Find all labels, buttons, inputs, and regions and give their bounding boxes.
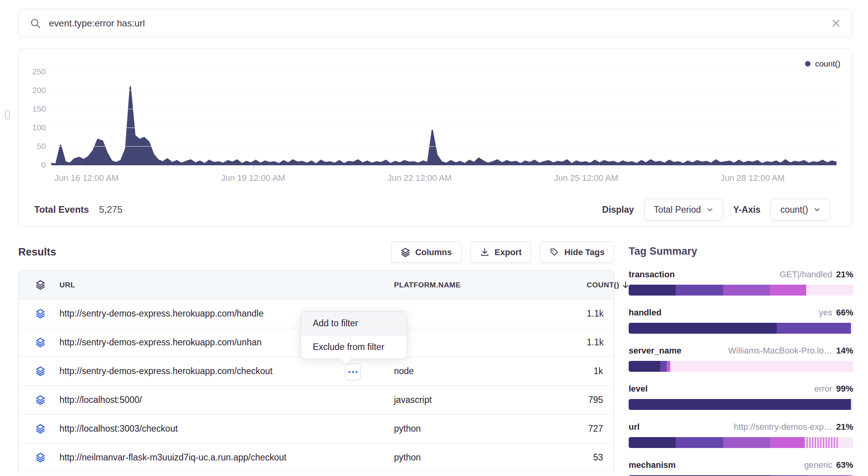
results-table: URL PLATFORM.NAME COUNT() http://sentry-… — [18, 270, 614, 472]
yaxis-dropdown[interactable]: count() — [770, 199, 830, 220]
export-button[interactable]: Export — [470, 242, 532, 263]
tag-bar-segment — [670, 361, 853, 372]
hide-tags-button[interactable]: Hide Tags — [540, 242, 614, 263]
tag-name[interactable]: mechanism — [629, 460, 676, 470]
x-axis-tick-label: Jun 16 12:00 AM — [54, 173, 119, 183]
y-axis-tick-label: 100 — [22, 123, 46, 132]
url-cell[interactable]: http://localhost:5000/ — [59, 395, 383, 405]
tag-bar-segment — [851, 399, 853, 410]
tag-name[interactable]: handled — [629, 308, 661, 318]
tag-bar-segment — [660, 361, 667, 372]
columns-button-label: Columns — [415, 247, 452, 257]
tag-top-value: generic — [804, 460, 832, 470]
y-axis-tick-label: 150 — [22, 104, 46, 114]
tag-bar-segment — [770, 285, 806, 296]
tag-distribution-bar[interactable] — [629, 285, 853, 296]
tag-summary-group: mechanism generic 63% — [629, 460, 853, 476]
search-bar[interactable] — [18, 9, 852, 37]
y-axis-tick-label: 0 — [22, 160, 46, 170]
display-dropdown[interactable]: Total Period — [644, 199, 723, 220]
table-row[interactable]: http://sentry-demos-express.herokuapp.co… — [19, 357, 614, 386]
tag-bar-segment — [629, 437, 676, 448]
chevron-down-icon — [814, 206, 821, 213]
tag-bar-segment — [676, 437, 723, 448]
tag-distribution-bar[interactable] — [629, 323, 853, 334]
count-cell[interactable]: 1.1k — [587, 308, 603, 319]
column-header-platform[interactable]: PLATFORM.NAME — [394, 281, 576, 289]
column-header-url[interactable]: URL — [59, 281, 383, 289]
total-events-label: Total Events — [34, 204, 89, 215]
total-events-value: 5,275 — [99, 204, 122, 215]
tag-name[interactable]: transaction — [629, 270, 675, 280]
count-cell[interactable]: 53 — [587, 452, 603, 463]
tag-top-percent: 99% — [836, 384, 853, 394]
tag-distribution-bar[interactable] — [629, 437, 853, 448]
tag-bar-segment — [667, 361, 670, 372]
tag-name[interactable]: level — [629, 384, 648, 394]
tag-summary-group: transaction GET|/handled 21% — [629, 270, 853, 296]
menu-item-add-to-filter[interactable]: Add to filter — [301, 312, 406, 335]
table-header-row: URL PLATFORM.NAME COUNT() — [19, 271, 614, 299]
url-cell[interactable]: http://localhost:3003/checkout — [59, 424, 383, 434]
stack-icon[interactable] — [35, 280, 49, 290]
tag-distribution-bar[interactable] — [629, 361, 853, 372]
count-cell[interactable]: 727 — [587, 424, 603, 434]
tag-bar-segment — [676, 285, 723, 296]
url-cell[interactable]: http://sentry-demos-express.herokuapp.co… — [59, 366, 383, 376]
column-header-count[interactable]: COUNT() — [587, 281, 629, 289]
platform-cell[interactable]: python — [394, 424, 576, 434]
yaxis-label: Y-Axis — [733, 205, 760, 215]
display-dropdown-value: Total Period — [654, 205, 701, 215]
count-cell[interactable]: 795 — [587, 395, 603, 405]
table-row[interactable]: http://neilmanvar-flask-m3uuizd7iq-uc.a.… — [19, 443, 614, 472]
stack-icon — [35, 337, 49, 348]
count-cell[interactable]: 1k — [587, 366, 603, 376]
events-chart-panel: count() 050100150200250Jun 16 12:00 AMJu… — [18, 49, 852, 227]
tag-top-percent: 21% — [836, 422, 853, 432]
legend-dot-icon — [805, 61, 810, 66]
tag-distribution-bar[interactable] — [629, 399, 853, 410]
platform-cell[interactable]: node — [394, 366, 576, 376]
chart-gridline — [51, 128, 837, 128]
count-cell[interactable]: 1.1k — [587, 337, 603, 348]
chart-legend[interactable]: count() — [805, 59, 840, 68]
sort-desc-arrow-icon — [622, 281, 629, 289]
y-axis-tick-label: 200 — [22, 86, 46, 95]
chart-gridline — [51, 72, 837, 72]
tag-summary-group: url http://sentry-demos-exp… 21% — [629, 422, 853, 448]
y-axis-tick-label: 250 — [22, 67, 46, 76]
export-button-label: Export — [495, 247, 522, 257]
panel-resize-handle[interactable] — [5, 110, 10, 119]
platform-cell[interactable]: javascript — [394, 395, 576, 405]
tag-bar-segment — [723, 437, 770, 448]
hide-tags-button-label: Hide Tags — [564, 247, 605, 257]
table-row[interactable]: http://localhost:5000/ javascript 795 — [19, 386, 614, 415]
ellipsis-icon — [349, 371, 350, 373]
results-toolbar: Results Columns Export Hide Tags — [18, 242, 614, 263]
clear-search-icon[interactable] — [831, 18, 841, 28]
column-header-count-label: COUNT() — [587, 281, 619, 289]
menu-item-exclude-from-filter[interactable]: Exclude from filter — [301, 335, 406, 359]
table-row[interactable]: http://localhost:3003/checkout python 72… — [19, 415, 614, 443]
tag-bar-segment — [629, 399, 851, 410]
yaxis-dropdown-value: count() — [780, 205, 808, 215]
tag-summary-group: server_name Williams-MacBook-Pro.lo… 14% — [629, 346, 853, 372]
tag-bar-segment — [723, 285, 770, 296]
x-axis-tick-label: Jun 19 12:00 AM — [221, 173, 285, 183]
tag-summary-group: level error 99% — [629, 384, 853, 410]
tag-bar-segment — [838, 437, 853, 448]
tag-bar-segment — [777, 323, 851, 334]
search-input[interactable] — [49, 18, 823, 29]
stack-icon — [401, 247, 410, 257]
tag-summary-panel: Tag Summary transaction GET|/handled 21%… — [629, 242, 853, 476]
url-cell[interactable]: http://neilmanvar-flask-m3uuizd7iq-uc.a.… — [59, 452, 383, 463]
tag-name[interactable]: server_name — [629, 346, 682, 356]
download-icon — [480, 247, 490, 257]
tag-name[interactable]: url — [629, 422, 640, 432]
columns-button[interactable]: Columns — [391, 242, 462, 263]
tag-top-value: yes — [819, 308, 832, 318]
cell-actions-button[interactable] — [345, 363, 361, 380]
stack-icon — [35, 395, 49, 405]
platform-cell[interactable]: python — [394, 452, 576, 463]
y-axis-tick-label: 50 — [22, 142, 46, 151]
